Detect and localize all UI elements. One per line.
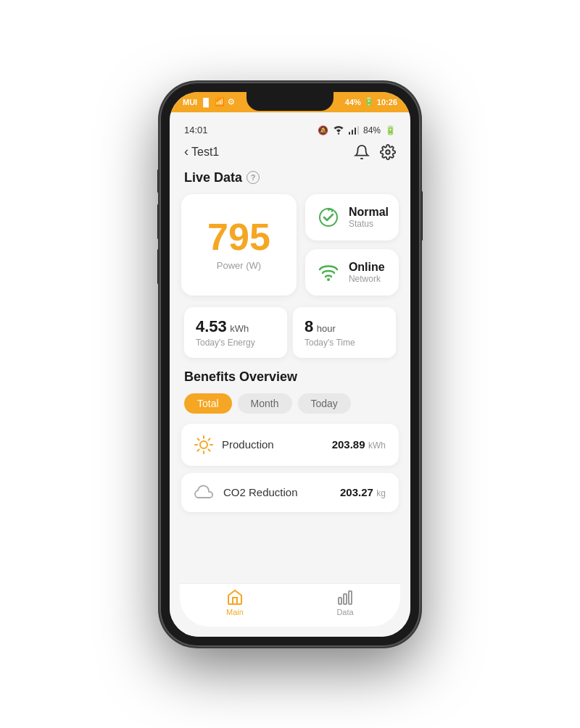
online-network-card: Online Network: [305, 249, 399, 296]
back-chevron-icon: ‹: [184, 144, 188, 159]
status-column: Normal Status: [305, 194, 399, 296]
carrier-text: MUI: [183, 98, 197, 106]
online-network-main: Online: [349, 261, 385, 274]
cards-row: 795 Power (W): [170, 194, 410, 304]
normal-status-sub: Status: [349, 219, 389, 229]
benefits-title: Benefits Overview: [170, 367, 410, 393]
svg-line-12: [198, 438, 199, 440]
svg-rect-2: [355, 127, 356, 135]
chart-icon: [336, 589, 354, 606]
co2-item: CO2 Reduction 203.27 kg: [181, 473, 399, 512]
app-content: ‹ Test1: [170, 138, 410, 637]
normal-status-main: Normal: [349, 206, 389, 219]
normal-status-card: Normal Status: [305, 194, 399, 240]
production-unit: kWh: [368, 440, 386, 451]
mute-icon: 🔕: [318, 125, 328, 135]
sun-icon: [194, 435, 213, 454]
wifi-icon: 📶: [215, 97, 225, 106]
svg-rect-3: [357, 126, 359, 135]
bottom-nav-data[interactable]: Data: [336, 589, 354, 616]
svg-rect-0: [349, 132, 350, 135]
power-label: Power (W): [217, 260, 261, 271]
settings-icon[interactable]: [380, 144, 396, 160]
normal-status-text: Normal Status: [349, 206, 389, 229]
inner-signal-icon: [349, 126, 359, 135]
normal-status-icon-wrap: [315, 204, 341, 230]
production-value-wrap: 203.89 kWh: [332, 438, 386, 451]
inner-battery-icon: 🔋: [385, 125, 396, 135]
today-energy-value: 4.53: [196, 317, 227, 335]
notch: [246, 92, 334, 111]
gps-icon: ⊙: [228, 97, 234, 106]
co2-label: CO2 Reduction: [223, 486, 331, 498]
time-right: 10:26: [377, 98, 397, 106]
today-time-label: Today's Time: [304, 338, 384, 348]
svg-rect-1: [352, 130, 353, 135]
online-network-text: Online Network: [349, 261, 385, 284]
today-time-value-row: 8 hour: [304, 317, 384, 336]
svg-point-5: [320, 209, 337, 226]
status-bar-left: MUI ▐▌ 📶 ⊙: [183, 97, 234, 106]
live-data-title: Live Data ?: [170, 167, 410, 194]
filter-tab-today[interactable]: Today: [298, 393, 351, 414]
today-time-value: 8: [304, 317, 313, 335]
svg-rect-17: [344, 594, 347, 604]
inner-status-bar: 14:01 🔕: [170, 112, 410, 138]
inner-time: 14:01: [184, 125, 208, 135]
energy-row: 4.53 kWh Today's Energy 8 hour Today's T…: [170, 304, 410, 367]
inner-status-right: 🔕 84% 🔋: [318, 125, 396, 135]
status-bar-right: 44% 🔋 10:26: [345, 97, 397, 106]
production-value: 203.89: [332, 438, 365, 451]
today-time-unit: hour: [317, 323, 336, 334]
svg-point-7: [200, 441, 207, 448]
bell-icon[interactable]: [354, 144, 370, 160]
battery-icon: 🔋: [364, 97, 374, 106]
production-item: Production 203.89 kWh: [181, 424, 399, 466]
online-network-sub: Network: [349, 274, 385, 284]
signal-icon: ▐▌: [200, 98, 212, 106]
bottom-nav: Main Data: [180, 583, 400, 627]
home-icon: [226, 589, 244, 606]
inner-battery-pct: 84%: [363, 125, 381, 135]
nav-title: Test1: [191, 146, 219, 159]
co2-value: 203.27: [340, 486, 373, 498]
power-value: 795: [207, 218, 270, 256]
svg-point-4: [386, 150, 390, 154]
svg-line-15: [198, 449, 199, 451]
power-card: 795 Power (W): [181, 194, 297, 296]
svg-line-14: [208, 438, 210, 440]
filter-tab-total[interactable]: Total: [184, 393, 232, 414]
nav-back-button[interactable]: ‹ Test1: [184, 144, 219, 159]
today-energy-label: Today's Energy: [196, 338, 276, 348]
svg-rect-16: [339, 598, 341, 604]
today-energy-item: 4.53 kWh Today's Energy: [184, 307, 287, 358]
today-energy-unit: kWh: [230, 323, 249, 334]
nav-bar: ‹ Test1: [170, 138, 410, 167]
phone-screen: MUI ▐▌ 📶 ⊙ 44% 🔋 10:26 14:01 🔕: [170, 92, 410, 637]
production-label: Production: [222, 438, 323, 451]
svg-line-13: [208, 449, 210, 451]
co2-unit: kg: [376, 488, 386, 498]
main-nav-label: Main: [226, 608, 244, 616]
svg-rect-18: [349, 591, 352, 604]
filter-tab-month[interactable]: Month: [238, 393, 292, 414]
help-icon[interactable]: ?: [246, 171, 260, 184]
today-time-item: 8 hour Today's Time: [293, 307, 396, 358]
svg-point-6: [327, 278, 330, 281]
nav-icons: [354, 144, 396, 160]
battery-pct: 44%: [345, 98, 361, 106]
online-network-icon-wrap: [315, 259, 341, 285]
data-nav-label: Data: [336, 608, 353, 616]
inner-wifi-icon: [333, 126, 344, 135]
today-energy-value-row: 4.53 kWh: [196, 317, 276, 336]
bottom-nav-main[interactable]: Main: [226, 589, 244, 616]
filter-tabs: Total Month Today: [170, 393, 410, 424]
cloud-icon: [194, 485, 215, 501]
phone-wrapper: MUI ▐▌ 📶 ⊙ 44% 🔋 10:26 14:01 🔕: [160, 82, 420, 647]
co2-value-wrap: 203.27 kg: [340, 486, 386, 499]
